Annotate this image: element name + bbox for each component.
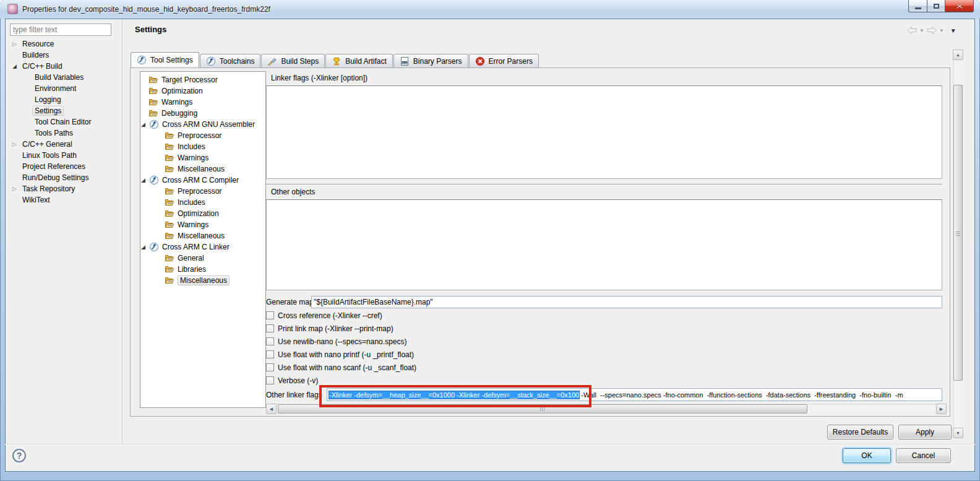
tree-item-debugging[interactable]: Debugging [148,108,197,119]
checkbox-row-verbose: Verbose (-v) [266,375,318,386]
tree-item-optimization[interactable]: Optimization [148,85,203,97]
tree-item-cross-arm-c-compiler[interactable]: ◢Cross ARM C Compiler [141,175,239,186]
use-newlib-nano-checkbox[interactable] [266,337,274,345]
tree-item-compiler-miscellaneous[interactable]: Miscellaneous [165,230,225,241]
category-folder-icon [165,264,174,274]
sidebar-item-cpp-build[interactable]: ◢C/C++ Build [12,61,62,72]
category-folder-icon [165,197,174,207]
chevron-right-icon[interactable]: ▷ [12,141,22,147]
back-dropdown-icon[interactable]: ▼ [919,28,924,33]
forward-arrow-icon[interactable] [927,26,937,35]
tree-item-linker-libraries[interactable]: Libraries [165,264,206,275]
tree-item-compiler-optimization[interactable]: Optimization [165,208,219,219]
category-folder-icon [165,253,174,263]
nano-printf-checkbox[interactable] [266,350,274,358]
chevron-right-icon[interactable]: ▷ [12,41,22,47]
maximize-button[interactable] [927,0,945,12]
window-title: Properties for dev_composite_hid_mouse_h… [22,5,270,14]
tree-item-linker-general[interactable]: General [165,253,204,264]
category-folder-icon [165,164,174,174]
sidebar-item-linux-tools-path[interactable]: Linux Tools Path [22,150,77,161]
tab-build-steps[interactable]: Build Steps [261,54,325,67]
binary-file-icon [400,56,410,66]
nano-scanf-checkbox[interactable] [266,363,274,371]
sidebar-item-builders[interactable]: Builders [22,50,49,61]
other-objects-list[interactable] [266,199,942,290]
tree-item-cross-arm-gnu-assembler[interactable]: ◢Cross ARM GNU Assembler [141,119,255,130]
tree-item-assembler-includes[interactable]: Includes [165,141,205,152]
linker-flags-list[interactable] [266,85,942,179]
help-button[interactable]: ? [12,449,26,462]
verbose-checkbox[interactable] [266,376,274,384]
trophy-icon [332,56,342,66]
footer-divider [5,444,975,445]
filter-input[interactable] [10,24,111,36]
close-button[interactable] [945,0,974,12]
checkbox-row-use-newlib-nano: Use newlib-nano (--specs=nano.specs) [266,336,406,347]
tab-bar: Tool Settings Toolchains Build Steps Bui… [131,52,539,67]
ok-button[interactable]: OK [843,448,891,463]
view-menu-icon[interactable]: ▼ [950,27,956,34]
scroll-down-icon[interactable]: ▼ [953,428,963,438]
sidebar-item-wikitext[interactable]: WikiText [22,194,50,206]
generate-map-input[interactable] [311,296,942,308]
title-bar[interactable]: Properties for dev_composite_hid_mouse_h… [0,0,980,19]
print-link-map-checkbox[interactable] [266,324,274,332]
maximize-icon [934,4,939,9]
minimize-button[interactable] [908,0,927,12]
tree-item-compiler-warnings[interactable]: Warnings [165,219,208,230]
chevron-expanded-icon[interactable]: ◢ [141,121,149,128]
sidebar-item-build-variables[interactable]: Build Variables [35,72,84,83]
other-objects-group-header: Other objects [266,184,942,199]
vertical-scrollbar-thumb[interactable] [953,85,963,381]
tree-item-warnings[interactable]: Warnings [148,97,192,108]
tool-wrench-icon [149,242,159,252]
app-icon [7,4,18,14]
sidebar-item-project-references[interactable]: Project References [22,161,85,172]
apply-button[interactable]: Apply [898,425,952,440]
sidebar-item-settings[interactable]: Settings [35,105,64,116]
chevron-expanded-icon[interactable]: ◢ [141,177,149,183]
scroll-left-icon[interactable]: ◀ [266,404,277,414]
category-folder-icon [165,275,174,285]
panel-divider[interactable] [122,19,123,444]
back-arrow-icon[interactable] [907,26,917,35]
question-mark-icon: ? [17,451,22,461]
chevron-right-icon[interactable]: ▷ [12,186,22,192]
tree-item-target-processor[interactable]: Target Processor [148,74,218,85]
sidebar-item-logging[interactable]: Logging [35,94,61,105]
chevron-expanded-icon[interactable]: ◢ [141,244,149,250]
sidebar-item-environment[interactable]: Environment [35,83,76,94]
category-folder-icon [148,97,158,107]
tab-toolchains[interactable]: Toolchains [200,54,261,67]
tab-build-artifact[interactable]: Build Artifact [325,54,393,67]
sidebar-item-run-debug-settings[interactable]: Run/Debug Settings [22,172,88,183]
scroll-right-icon[interactable]: ▶ [936,404,947,414]
cross-reference-checkbox[interactable] [266,311,274,319]
tree-item-linker-miscellaneous[interactable]: Miscellaneous [165,275,230,286]
generate-map-label: Generate map [266,298,314,306]
sidebar-item-tools-paths[interactable]: Tools Paths [35,128,73,139]
tree-item-assembler-preprocessor[interactable]: Preprocessor [165,130,221,141]
cancel-button[interactable]: Cancel [896,448,951,463]
tree-item-assembler-warnings[interactable]: Warnings [165,152,208,163]
sidebar-item-tool-chain-editor[interactable]: Tool Chain Editor [35,116,91,128]
tree-item-compiler-includes[interactable]: Includes [165,197,205,208]
forward-dropdown-icon[interactable]: ▼ [939,28,944,33]
red-highlight-annotation [319,385,591,407]
tab-error-parsers[interactable]: Error Parsers [469,54,539,67]
chevron-expanded-icon[interactable]: ◢ [12,63,22,69]
tool-wrench-icon [149,119,159,129]
tab-tool-settings[interactable]: Tool Settings [131,52,199,67]
tree-item-assembler-miscellaneous[interactable]: Miscellaneous [165,163,225,175]
sidebar-item-task-repository[interactable]: ▷Task Repository [12,183,75,194]
category-folder-icon [148,86,158,96]
sidebar-item-cpp-general[interactable]: ▷C/C++ General [12,139,72,150]
tree-item-compiler-preprocessor[interactable]: Preprocessor [165,186,221,197]
tree-item-cross-arm-c-linker[interactable]: ◢Cross ARM C Linker [141,241,230,253]
scroll-up-icon[interactable]: ▲ [953,50,963,60]
sidebar-item-resource[interactable]: ▷Resource [12,38,54,50]
checkbox-row-nano-printf: Use float with nano printf (-u _printf_f… [266,349,414,360]
restore-defaults-button[interactable]: Restore Defaults [827,425,893,440]
tab-binary-parsers[interactable]: Binary Parsers [393,54,468,67]
